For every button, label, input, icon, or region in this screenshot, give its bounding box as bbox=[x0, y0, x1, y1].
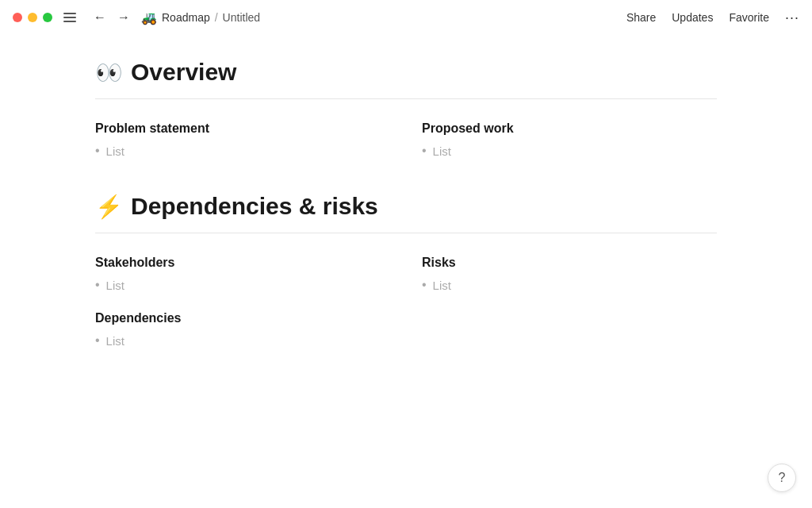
hamburger-icon bbox=[63, 21, 76, 22]
nav-controls: ← → bbox=[90, 9, 133, 26]
proposed-work-col: Proposed work List bbox=[422, 121, 717, 161]
more-options-button[interactable]: ··· bbox=[785, 10, 799, 26]
list-item[interactable]: List bbox=[95, 278, 390, 292]
titlebar-right: Share Updates Favorite ··· bbox=[626, 10, 799, 26]
close-button[interactable] bbox=[13, 13, 22, 22]
updates-button[interactable]: Updates bbox=[672, 11, 713, 24]
breadcrumb: 🚜 Roadmap / Untitled bbox=[141, 10, 260, 25]
problem-statement-col: Problem statement List bbox=[95, 121, 390, 161]
stakeholders-list: List bbox=[95, 278, 390, 292]
help-button[interactable]: ? bbox=[768, 464, 796, 492]
menu-button[interactable] bbox=[60, 10, 79, 25]
risks-heading: Risks bbox=[422, 256, 717, 270]
problem-statement-heading: Problem statement bbox=[95, 121, 390, 136]
stakeholders-col: Stakeholders List bbox=[95, 256, 390, 295]
titlebar: ← → 🚜 Roadmap / Untitled Share Updates F… bbox=[0, 0, 812, 35]
dependencies-divider bbox=[95, 233, 717, 233]
breadcrumb-parent[interactable]: Roadmap bbox=[162, 11, 210, 24]
share-button[interactable]: Share bbox=[626, 11, 656, 24]
dependencies-section: ⚡ Dependencies & risks Stakeholders List… bbox=[95, 193, 717, 348]
overview-title: 👀 Overview bbox=[95, 59, 717, 86]
list-item[interactable]: List bbox=[95, 144, 390, 158]
list-item[interactable]: List bbox=[422, 278, 717, 292]
back-button[interactable]: ← bbox=[90, 9, 109, 26]
fullscreen-button[interactable] bbox=[43, 13, 52, 22]
forward-button[interactable]: → bbox=[114, 9, 133, 26]
overview-emoji: 👀 bbox=[95, 60, 123, 86]
dependencies-sub-heading: Dependencies bbox=[95, 311, 717, 325]
stakeholders-heading: Stakeholders bbox=[95, 256, 390, 270]
hamburger-icon bbox=[63, 17, 76, 18]
dependencies-emoji: ⚡ bbox=[95, 194, 123, 220]
overview-heading: Overview bbox=[131, 59, 236, 86]
overview-section: 👀 Overview Problem statement List Propos… bbox=[95, 59, 717, 161]
traffic-lights bbox=[13, 13, 52, 22]
list-item[interactable]: List bbox=[422, 144, 717, 158]
dependencies-sub-section: Dependencies List bbox=[95, 311, 717, 348]
page-icon: 🚜 bbox=[141, 10, 157, 25]
overview-columns: Problem statement List Proposed work Lis… bbox=[95, 121, 717, 161]
dependencies-list: List bbox=[95, 333, 717, 348]
risks-list: List bbox=[422, 278, 717, 292]
risks-col: Risks List bbox=[422, 256, 717, 295]
problem-statement-list: List bbox=[95, 144, 390, 158]
favorite-button[interactable]: Favorite bbox=[729, 11, 769, 24]
minimize-button[interactable] bbox=[28, 13, 37, 22]
breadcrumb-current: Untitled bbox=[223, 11, 260, 24]
overview-divider bbox=[95, 98, 717, 99]
breadcrumb-separator: / bbox=[215, 11, 218, 24]
dependencies-columns: Stakeholders List Risks List bbox=[95, 256, 717, 295]
proposed-work-heading: Proposed work bbox=[422, 121, 717, 136]
list-item[interactable]: List bbox=[95, 333, 717, 348]
main-content: 👀 Overview Problem statement List Propos… bbox=[0, 35, 812, 508]
hamburger-icon bbox=[63, 13, 76, 14]
titlebar-left: ← → 🚜 Roadmap / Untitled bbox=[13, 9, 260, 26]
proposed-work-list: List bbox=[422, 144, 717, 158]
dependencies-heading: Dependencies & risks bbox=[131, 193, 378, 220]
dependencies-title: ⚡ Dependencies & risks bbox=[95, 193, 717, 220]
